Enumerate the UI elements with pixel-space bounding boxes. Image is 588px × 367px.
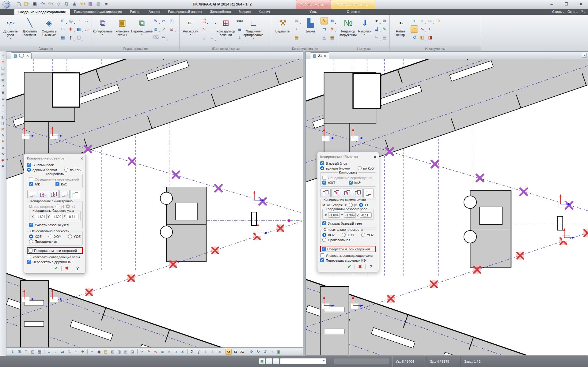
- lock-icon[interactable]: ⊠: [95, 1, 102, 7]
- po-kob-radio[interactable]: [358, 166, 362, 170]
- xoy-radio[interactable]: [48, 234, 52, 238]
- quick-calc-icon[interactable]: ↯▾: [79, 1, 86, 7]
- ribbon-tab[interactable]: Расширенное редактирование: [70, 9, 126, 15]
- ibeam-icon[interactable]: I: [293, 25, 300, 33]
- frame-icon[interactable]: ⊞▾: [59, 17, 66, 24]
- z1-radio[interactable]: [66, 204, 70, 208]
- rigid-links-icon[interactable]: ⇶▾: [200, 17, 208, 24]
- x-input[interactable]: -1.694: [35, 214, 47, 219]
- ribbon-tab[interactable]: Железобетон: [206, 9, 235, 15]
- close-icon[interactable]: ✕: [26, 54, 29, 58]
- help-menu[interactable]: ?⌄: [581, 9, 586, 15]
- blocks-button[interactable]: ▙Блоки: [301, 16, 320, 33]
- diamond-icon[interactable]: ◆: [0, 163, 6, 169]
- ucs-icon[interactable]: ⌖: [411, 17, 418, 24]
- rotate-axes-checkbox[interactable]: [322, 247, 326, 251]
- numbers-icon[interactable]: 1.2)▾: [427, 17, 434, 24]
- cut-icon[interactable]: ✂: [139, 349, 145, 355]
- sum-icon[interactable]: Σ↓: [427, 25, 434, 33]
- results-icon[interactable]: ▥: [87, 1, 94, 7]
- loads-button[interactable]: ⇓Нагрузки▾: [357, 16, 372, 36]
- concrete-icon[interactable]: ▤▾: [293, 17, 300, 24]
- pick-base-node-checkbox[interactable]: [322, 221, 326, 225]
- pack-nodes-checkbox[interactable]: [320, 253, 324, 257]
- pack-nodes-checkbox[interactable]: [27, 255, 31, 259]
- xoy-radio[interactable]: [342, 233, 346, 237]
- contrast-icon[interactable]: ◑: [269, 349, 275, 355]
- new-block-checkbox[interactable]: [320, 161, 324, 165]
- copy-rotate-shift-tab[interactable]: [342, 189, 352, 197]
- copy-shift-tab[interactable]: [27, 190, 37, 198]
- dome-icon[interactable]: ◔: [75, 17, 82, 24]
- node-icon[interactable]: ◉: [96, 349, 102, 355]
- rows-icon[interactable]: ▤: [103, 349, 109, 355]
- status-up-icon[interactable]: ▲: [266, 358, 272, 364]
- stiffness-button[interactable]: EFЖесткости▾: [181, 16, 200, 36]
- corner-tl-icon[interactable]: ◩: [123, 349, 129, 355]
- cursor-icon[interactable]: ➤▾: [419, 17, 426, 24]
- target-icon[interactable]: ⌖: [89, 349, 95, 355]
- angle-icon[interactable]: ∠: [180, 349, 186, 355]
- tab-nodes[interactable]: Узлы: [296, 9, 331, 15]
- mesh-view-icon[interactable]: ▦: [36, 349, 43, 355]
- y-input[interactable]: -1.399: [51, 214, 63, 219]
- copy-rotate-shift-tab[interactable]: [49, 190, 59, 198]
- x-input[interactable]: -1.694: [328, 212, 340, 218]
- cut-loads-icon[interactable]: ✂▾: [373, 34, 380, 41]
- ribbon-tab[interactable]: Кирпич: [255, 9, 274, 15]
- add-node-icon[interactable]: ✚: [80, 349, 86, 355]
- app-logo-icon[interactable]: [2, 1, 10, 9]
- ribbon-tab[interactable]: Анализ: [145, 9, 164, 15]
- open-file-icon[interactable]: ▤▾: [23, 1, 30, 7]
- maximize-button[interactable]: ❐: [561, 1, 571, 8]
- refresh-all-icon[interactable]: ⟲: [411, 34, 418, 41]
- y1-radio[interactable]: [349, 203, 353, 207]
- variants-button[interactable]: ⚒Варианты: [273, 16, 292, 33]
- formula-icon[interactable]: ƒ: [196, 349, 202, 355]
- record-icon[interactable]: ◉: [0, 157, 6, 163]
- window-menu[interactable]: Окно⌄: [567, 9, 578, 15]
- close-icon[interactable]: ✕: [374, 154, 377, 160]
- arc-icon[interactable]: ◡: [83, 25, 90, 33]
- koe-checkbox[interactable]: [349, 181, 353, 185]
- truss-icon[interactable]: ◠: [59, 25, 66, 33]
- edit-loads-icon[interactable]: ✎: [381, 25, 388, 33]
- select-group-icon[interactable]: ◰: [168, 17, 175, 24]
- surface-formula-icon[interactable]: ƒ▾: [67, 34, 74, 41]
- cancel-button[interactable]: ✖: [63, 265, 71, 271]
- undo-view-icon[interactable]: ↺: [0, 84, 6, 89]
- status-table-icon[interactable]: ▦: [259, 358, 265, 364]
- download-view-icon[interactable]: ⇓: [9, 349, 16, 355]
- add-icon[interactable]: ✚: [0, 59, 6, 65]
- list-icon[interactable]: ≡: [0, 145, 6, 150]
- tab-scroll-icon[interactable]: ⌄: [582, 53, 587, 58]
- new-file-icon[interactable]: ▢: [15, 1, 22, 7]
- copy-rotate-tab[interactable]: [38, 190, 48, 198]
- copy-scale-tab[interactable]: [353, 189, 363, 197]
- pick-base-node-checkbox[interactable]: [29, 223, 33, 227]
- hatch-icon[interactable]: ⌗: [166, 349, 172, 355]
- load-editor-button[interactable]: №Редактор загружений: [340, 16, 357, 37]
- grid-off-icon[interactable]: ⊟: [23, 349, 29, 355]
- merge-displacements-checkbox[interactable]: [29, 177, 33, 181]
- refresh-icon[interactable]: ⟳: [411, 25, 418, 33]
- ribbon-tab[interactable]: Создание и редактирование: [14, 9, 70, 15]
- flag-icon[interactable]: ⚑▾: [328, 25, 336, 33]
- tower-icon[interactable]: ▦: [59, 34, 66, 41]
- z-input[interactable]: -0.11: [360, 212, 372, 218]
- redo-icon[interactable]: ↷▾: [47, 1, 54, 7]
- springs-icon[interactable]: ∿: [200, 25, 208, 33]
- rotate-icon[interactable]: ↻▾: [152, 17, 159, 24]
- y1-radio[interactable]: [55, 204, 59, 208]
- minimize-button[interactable]: –: [546, 1, 557, 8]
- tab-end-icon[interactable]: ⇥: [216, 349, 222, 355]
- more-icon[interactable]: ≡: [103, 1, 110, 7]
- scale-icon[interactable]: ↗: [160, 25, 167, 33]
- document-tab[interactable]: ▤ 1_2 ✕: [11, 52, 32, 59]
- apply-button[interactable]: ✔: [52, 265, 60, 271]
- swap-v-icon[interactable]: ⇅: [66, 349, 72, 355]
- projection-yz-icon[interactable]: YZ: [232, 349, 238, 355]
- copy-scale-tab[interactable]: [59, 190, 70, 198]
- table2-icon[interactable]: ◨: [427, 34, 434, 41]
- save-icon[interactable]: ▣: [31, 1, 38, 7]
